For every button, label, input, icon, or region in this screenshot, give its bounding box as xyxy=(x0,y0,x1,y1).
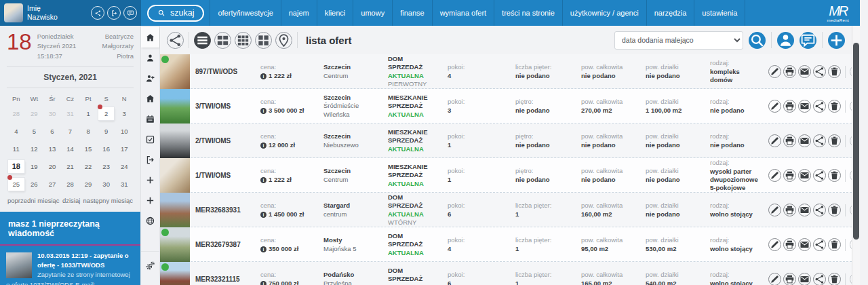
calendar-day[interactable]: 7 xyxy=(62,125,79,138)
offer-row[interactable]: 2/TWI/OMScena:i12 000 złSzczecinNiebusze… xyxy=(160,124,852,158)
calendar-day[interactable]: 8 xyxy=(80,125,96,138)
share-offer-button[interactable] xyxy=(813,134,826,147)
calendar-day[interactable]: 20 xyxy=(44,160,60,173)
offer-thumbnail[interactable] xyxy=(160,89,190,124)
scrollbar-thumb[interactable] xyxy=(853,43,859,240)
email-offer-button[interactable] xyxy=(798,238,811,251)
rail-offers-button[interactable] xyxy=(141,88,159,109)
next-month-link[interactable]: następny miesiąc xyxy=(83,197,133,204)
edit-offer-button[interactable] xyxy=(768,100,781,113)
offer-thumbnail[interactable] xyxy=(160,54,190,89)
search-button[interactable]: szukaj xyxy=(147,5,204,22)
rail-clients-button[interactable] xyxy=(141,48,159,68)
chat-button[interactable] xyxy=(123,6,137,20)
delete-offer-button[interactable] xyxy=(828,169,841,182)
calendar-day[interactable]: 29 xyxy=(26,107,43,120)
calendar-day[interactable]: 30 xyxy=(44,107,60,120)
rail-portals-button[interactable] xyxy=(141,210,159,231)
calendar-day[interactable]: 4 xyxy=(8,125,24,138)
list-view-button[interactable] xyxy=(194,32,211,49)
rail-add-client-button[interactable] xyxy=(141,68,159,88)
calendar-day[interactable]: 16 xyxy=(98,142,115,155)
offer-thumbnail[interactable] xyxy=(160,124,190,158)
calendar-day[interactable]: 27 xyxy=(44,178,60,191)
calendar-day-today[interactable]: 18 xyxy=(8,160,24,173)
calendar-day[interactable]: 10 xyxy=(116,125,132,138)
print-offer-button[interactable] xyxy=(783,169,796,182)
nav-item-najem[interactable]: najem xyxy=(281,0,317,26)
offer-row[interactable]: MER32683931cena:i1 450 000 złStargardcen… xyxy=(160,193,852,227)
calendar-day[interactable]: 5 xyxy=(26,125,43,138)
delete-offer-button[interactable] xyxy=(828,273,841,285)
nav-item-treści-na-stronie[interactable]: treści na stronie xyxy=(494,0,562,26)
nav-item-ustawienia[interactable]: ustawienia xyxy=(694,0,745,26)
calendar-day[interactable]: 13 xyxy=(44,142,60,155)
delete-offer-button[interactable] xyxy=(828,204,841,216)
nav-item-wymiana-ofert[interactable]: wymiana ofert xyxy=(432,0,494,26)
calendar-day[interactable]: 21 xyxy=(62,160,79,173)
offer-row[interactable]: 897/TWI/ODScena:i1 222 złSzczecinCentrum… xyxy=(160,54,852,89)
offer-thumbnail[interactable] xyxy=(160,262,190,285)
calendar-day[interactable]: 29 xyxy=(80,178,96,191)
edit-offer-button[interactable] xyxy=(768,273,781,285)
calendar-day[interactable]: 25 xyxy=(8,178,24,191)
rail-calendar-button[interactable] xyxy=(141,109,159,129)
calendar-day[interactable]: 28 xyxy=(8,107,24,120)
calendar-day[interactable]: 2 xyxy=(98,107,115,120)
calendar-day[interactable]: 31 xyxy=(116,178,132,191)
print-offer-button[interactable] xyxy=(783,238,796,251)
offer-thumbnail[interactable] xyxy=(160,193,190,227)
share-offer-button[interactable] xyxy=(813,100,826,113)
nav-item-finanse[interactable]: finanse xyxy=(392,0,431,26)
print-offer-button[interactable] xyxy=(783,273,796,285)
delete-offer-button[interactable] xyxy=(828,65,841,78)
offer-thumbnail[interactable] xyxy=(160,158,190,193)
user-avatar[interactable] xyxy=(4,3,23,22)
nav-item-umowy[interactable]: umowy xyxy=(353,0,392,26)
messages-button[interactable] xyxy=(800,32,816,49)
rail-settings-button[interactable] xyxy=(141,251,159,276)
rail-tasks-button[interactable] xyxy=(141,129,159,149)
email-offer-button[interactable] xyxy=(798,65,811,78)
delete-offer-button[interactable] xyxy=(828,100,841,113)
map-view-button[interactable] xyxy=(275,32,292,49)
message-item[interactable]: 10.03.2015 12:19 - zapytanie o ofertę - … xyxy=(0,246,140,285)
offer-row[interactable]: 3/TWI/OMScena:i3 500 000 złSzczecinŚródm… xyxy=(160,89,852,124)
calendar-day[interactable]: 15 xyxy=(80,142,96,155)
calendar-day[interactable]: 24 xyxy=(116,160,132,173)
calendar-day[interactable]: 12 xyxy=(26,142,43,155)
sign-out-button[interactable] xyxy=(107,6,121,20)
calendar-day[interactable]: 26 xyxy=(26,178,43,191)
share-offer-button[interactable] xyxy=(813,169,826,182)
search-offers-button[interactable] xyxy=(749,32,766,49)
calendar-day[interactable]: 31 xyxy=(62,107,79,120)
rail-export-button[interactable] xyxy=(141,149,159,170)
add-offer-button[interactable] xyxy=(828,32,845,49)
clients-button[interactable] xyxy=(777,32,794,49)
share-offer-button[interactable] xyxy=(813,65,826,78)
calendar-day[interactable]: 28 xyxy=(62,178,79,191)
calendar-day[interactable]: 1 xyxy=(80,107,96,120)
calendar-day[interactable]: 14 xyxy=(62,142,79,155)
calendar-day[interactable]: 9 xyxy=(98,125,115,138)
calendar-day[interactable]: 30 xyxy=(98,178,115,191)
offer-row[interactable]: MER32679387cena:i350 000 złMostyMajońska… xyxy=(160,227,852,262)
edit-offer-button[interactable] xyxy=(768,169,781,182)
rail-add-second-button[interactable] xyxy=(141,190,159,210)
offer-row[interactable]: MER32321115cena:i750 000 złPodańskoPrzyl… xyxy=(160,262,852,285)
email-offer-button[interactable] xyxy=(798,169,811,182)
nav-item-klienci[interactable]: klienci xyxy=(317,0,353,26)
calendar-day[interactable]: 3 xyxy=(116,107,132,120)
prev-month-link[interactable]: poprzedni miesiąc xyxy=(7,197,60,204)
calendar-day[interactable]: 23 xyxy=(98,160,115,173)
share-list-button[interactable] xyxy=(167,32,184,49)
edit-offer-button[interactable] xyxy=(768,238,781,251)
share-button[interactable] xyxy=(91,6,104,20)
email-offer-button[interactable] xyxy=(798,100,811,113)
delete-offer-button[interactable] xyxy=(828,134,841,147)
print-offer-button[interactable] xyxy=(783,65,796,78)
email-offer-button[interactable] xyxy=(798,273,811,285)
nav-item-narzędzia[interactable]: narzędzia xyxy=(646,0,694,26)
print-offer-button[interactable] xyxy=(783,100,796,113)
rail-home-button[interactable] xyxy=(141,27,159,48)
